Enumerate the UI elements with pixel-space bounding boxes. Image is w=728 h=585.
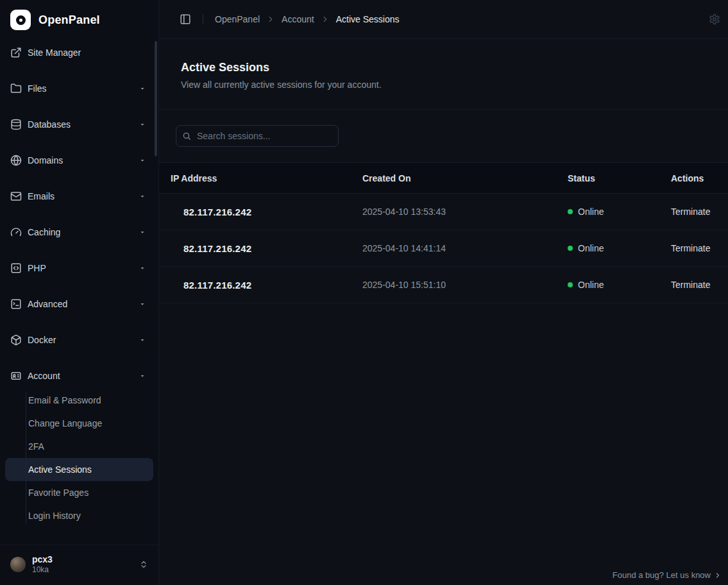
sidebar-toggle-button[interactable] — [180, 13, 191, 25]
sidebar-subitem-2fa[interactable]: 2FA — [5, 435, 153, 458]
chevron-down-icon — [139, 373, 146, 379]
online-status-dot — [568, 209, 573, 214]
terminate-button[interactable]: Terminate — [671, 280, 728, 290]
status-label: Online — [578, 243, 604, 253]
status-label: Online — [578, 207, 604, 217]
sidebar-item-advanced[interactable]: Advanced — [5, 291, 153, 317]
session-ip: 82.117.216.242 — [171, 207, 362, 217]
session-created-on: 2025-04-10 15:51:10 — [362, 280, 568, 290]
sidebar-item-php[interactable]: PHP — [5, 255, 153, 281]
terminate-button[interactable]: Terminate — [671, 207, 728, 217]
chevron-right-icon — [266, 15, 275, 24]
code-box-icon — [10, 262, 22, 274]
main-content: OpenPanel Account Active Sessions Active… — [159, 0, 728, 585]
terminate-button[interactable]: Terminate — [671, 243, 728, 253]
column-header-status: Status — [568, 173, 671, 183]
openpanel-logo[interactable] — [10, 10, 31, 30]
sidebar-item-caching[interactable]: Caching — [5, 219, 153, 245]
search-box — [176, 125, 339, 147]
chevron-down-icon — [139, 85, 146, 92]
session-created-on: 2025-04-10 14:41:14 — [362, 243, 568, 253]
sidebar-item-domains[interactable]: Domains — [5, 148, 153, 173]
openpanel-app: OpenPanel Site Manager Files Da — [0, 0, 728, 585]
column-header-actions: Actions — [671, 173, 728, 183]
online-status-dot — [568, 282, 573, 287]
sidebar-subitem-change-language[interactable]: Change Language — [5, 412, 153, 435]
topbar-divider — [203, 14, 203, 24]
user-name: pcx3 — [32, 554, 53, 564]
breadcrumb-item-active-sessions: Active Sessions — [336, 14, 400, 24]
online-status-dot — [568, 246, 573, 251]
sidebar-subitem-favorite-pages[interactable]: Favorite Pages — [5, 481, 153, 504]
chevron-down-icon — [139, 157, 146, 164]
table-toolbar — [159, 110, 728, 163]
avatar — [10, 557, 26, 572]
sidebar-item-label: Site Manager — [28, 47, 146, 58]
docker-icon — [10, 334, 22, 346]
sidebar-item-label: Emails — [28, 191, 133, 201]
chevron-down-icon — [139, 121, 146, 128]
sidebar-subitem-active-sessions[interactable]: Active Sessions — [5, 458, 153, 481]
topbar: OpenPanel Account Active Sessions — [159, 0, 728, 39]
page-header: Active Sessions View all currently activ… — [159, 39, 728, 110]
table-row: 82.117.216.242 2025-04-10 13:53:43 Onlin… — [159, 194, 728, 230]
status-label: Online — [578, 280, 604, 290]
sidebar-subitem-login-history[interactable]: Login History — [5, 504, 153, 527]
sidebar: OpenPanel Site Manager Files Da — [0, 0, 159, 585]
sidebar-item-label: PHP — [28, 263, 133, 273]
id-card-icon — [10, 370, 22, 382]
chevron-down-icon — [139, 301, 146, 307]
gear-icon[interactable] — [709, 13, 720, 25]
sidebar-item-databases[interactable]: Databases — [5, 112, 153, 137]
session-created-on: 2025-04-10 13:53:43 — [362, 207, 568, 217]
account-submenu: Email & Password Change Language 2FA Act… — [5, 389, 153, 527]
folder-icon — [10, 83, 22, 94]
sidebar-item-account[interactable]: Account — [5, 363, 153, 389]
user-menu[interactable]: pcx3 10ka — [0, 545, 158, 585]
logo-ring-icon — [16, 15, 26, 25]
sidebar-item-label: Domains — [28, 155, 133, 165]
chevron-down-icon — [139, 337, 146, 343]
table-row: 82.117.216.242 2025-04-10 14:41:14 Onlin… — [159, 230, 728, 267]
sidebar-item-docker[interactable]: Docker — [5, 327, 153, 353]
breadcrumb-item-account[interactable]: Account — [282, 14, 314, 24]
user-info: pcx3 10ka — [32, 554, 53, 575]
user-subtitle: 10ka — [32, 566, 53, 575]
sidebar-scrollbar[interactable] — [155, 41, 157, 157]
terminal-box-icon — [10, 298, 22, 310]
external-link-icon — [10, 47, 22, 58]
sidebar-item-site-manager[interactable]: Site Manager — [5, 40, 153, 65]
report-bug-label: Found a bug? Let us know — [613, 570, 711, 580]
sidebar-item-emails[interactable]: Emails — [5, 183, 153, 209]
chevron-down-icon — [139, 193, 146, 199]
sidebar-subitem-email-password[interactable]: Email & Password — [5, 389, 153, 412]
table-header-row: IP Address Created On Status Actions — [159, 163, 728, 194]
session-status: Online — [568, 243, 671, 253]
sidebar-item-label: Databases — [28, 119, 133, 130]
sidebar-item-label: Caching — [28, 227, 133, 237]
table-row: 82.117.216.242 2025-04-10 15:51:10 Onlin… — [159, 267, 728, 303]
session-ip: 82.117.216.242 — [171, 243, 362, 254]
chevron-right-icon — [714, 572, 722, 579]
mail-icon — [10, 191, 22, 202]
sidebar-item-files[interactable]: Files — [5, 76, 153, 101]
gauge-icon — [10, 226, 22, 238]
column-header-created-on: Created On — [362, 173, 568, 183]
database-icon — [10, 119, 22, 130]
sidebar-item-label: Docker — [28, 335, 133, 345]
session-status: Online — [568, 207, 671, 217]
chevron-down-icon — [139, 265, 146, 271]
page-subtitle: View all currently active sessions for y… — [181, 80, 706, 90]
report-bug-link[interactable]: Found a bug? Let us know — [613, 570, 722, 580]
chevrons-up-down-icon — [139, 560, 148, 569]
submenu-indent-guide — [26, 391, 26, 525]
app-title: OpenPanel — [38, 13, 100, 27]
search-input[interactable] — [176, 125, 339, 147]
page-title: Active Sessions — [181, 61, 706, 74]
breadcrumb-item-openpanel[interactable]: OpenPanel — [215, 14, 260, 24]
column-header-ip: IP Address — [171, 173, 362, 183]
chevron-down-icon — [139, 229, 146, 235]
session-status: Online — [568, 280, 671, 290]
sidebar-item-label: Files — [28, 83, 133, 94]
search-icon — [182, 131, 191, 140]
